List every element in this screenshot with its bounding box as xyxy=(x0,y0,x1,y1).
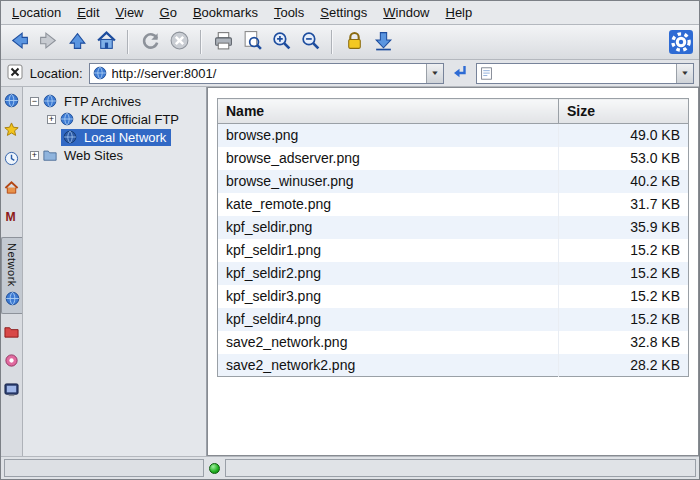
menu-edit[interactable]: Edit xyxy=(69,2,107,23)
expand-expander-icon[interactable] xyxy=(47,115,56,124)
column-header-name[interactable]: Name xyxy=(218,99,559,124)
statusbar-message xyxy=(225,459,696,477)
up-arrow-icon xyxy=(67,30,88,54)
file-row[interactable]: kpf_seldir3.png15.2 KB xyxy=(218,285,689,308)
file-row[interactable]: browse_adserver.png53.0 KB xyxy=(218,147,689,170)
selected-tree-item[interactable]: Local Network xyxy=(61,129,171,146)
file-size: 15.2 KB xyxy=(559,239,689,262)
file-row[interactable]: save2_network.png32.8 KB xyxy=(218,331,689,354)
tree-item-local-network[interactable]: Local Network xyxy=(25,128,204,146)
security-button[interactable] xyxy=(340,28,368,56)
history-clock-icon xyxy=(4,151,19,169)
back-icon xyxy=(9,30,30,54)
sidebar-tab-root-folder[interactable] xyxy=(2,323,22,343)
tree-item-ftp-archives[interactable]: FTP Archives xyxy=(25,92,204,110)
zoom-out-icon xyxy=(300,30,321,54)
file-size: 53.0 KB xyxy=(559,147,689,170)
home-button[interactable] xyxy=(92,28,120,56)
file-size: 32.8 KB xyxy=(559,331,689,354)
go-button[interactable] xyxy=(448,61,472,85)
file-row[interactable]: browse.png49.0 KB xyxy=(218,124,689,147)
forward-button[interactable] xyxy=(34,28,62,56)
expand-expander-icon[interactable] xyxy=(30,151,39,160)
tree-item-web-sites[interactable]: Web Sites xyxy=(25,146,204,164)
reload-icon xyxy=(140,30,161,54)
secondary-dropdown-arrow[interactable] xyxy=(676,64,693,83)
menu-location[interactable]: Location xyxy=(4,2,69,23)
file-name[interactable]: save2_network.png xyxy=(218,331,559,354)
file-row[interactable]: kate_remote.png31.7 KB xyxy=(218,193,689,216)
menu-settings[interactable]: Settings xyxy=(312,2,375,23)
sidebar-tab-history[interactable] xyxy=(2,150,22,170)
zoom-in-icon xyxy=(271,30,292,54)
sidebar-tab-bookmarks[interactable] xyxy=(2,121,22,141)
sidebar-tab-web[interactable] xyxy=(2,92,22,112)
menu-tools[interactable]: Tools xyxy=(266,2,312,23)
secondary-combo-input[interactable] xyxy=(496,66,676,81)
zoom-in-button[interactable] xyxy=(267,28,295,56)
status-led-wrap xyxy=(207,459,222,477)
menu-go[interactable]: Go xyxy=(152,2,185,23)
sidebar-tab-terminal[interactable] xyxy=(2,381,22,401)
file-name[interactable]: kpf_seldir1.png xyxy=(218,239,559,262)
terminal-icon xyxy=(4,382,19,400)
network-globe-icon xyxy=(5,291,20,309)
stop-button[interactable] xyxy=(165,28,193,56)
file-name[interactable]: kpf_seldir.png xyxy=(218,216,559,239)
location-dropdown-arrow[interactable] xyxy=(426,64,443,83)
location-label: Location: xyxy=(28,66,85,81)
clear-location-icon xyxy=(7,64,23,83)
file-size: 35.9 KB xyxy=(559,216,689,239)
file-row[interactable]: kpf_seldir1.png15.2 KB xyxy=(218,239,689,262)
file-row[interactable]: browse_winuser.png40.2 KB xyxy=(218,170,689,193)
sidebar-tab-services[interactable] xyxy=(2,352,22,372)
sidebar-tab-strip: M Network xyxy=(1,87,23,456)
download-arrow-icon xyxy=(373,30,394,54)
up-button[interactable] xyxy=(63,28,91,56)
file-name[interactable]: browse.png xyxy=(218,124,559,147)
clear-location-button[interactable] xyxy=(6,63,24,83)
forward-icon xyxy=(38,30,59,54)
go-arrow-icon xyxy=(451,63,469,84)
file-row[interactable]: kpf_seldir4.png15.2 KB xyxy=(218,308,689,331)
file-size: 15.2 KB xyxy=(559,308,689,331)
menu-bookmarks[interactable]: Bookmarks xyxy=(185,2,266,23)
tree-item-kde-official-ftp[interactable]: KDE Official FTP xyxy=(25,110,204,128)
back-button[interactable] xyxy=(5,28,33,56)
location-toolbar: Location: xyxy=(1,60,699,87)
web-sites-folder-icon xyxy=(42,148,57,163)
file-row[interactable]: save2_network2.png28.2 KB xyxy=(218,354,689,377)
file-row[interactable]: kpf_seldir2.png15.2 KB xyxy=(218,262,689,285)
file-name[interactable]: browse_winuser.png xyxy=(218,170,559,193)
status-led-icon xyxy=(209,463,220,474)
file-name[interactable]: kpf_seldir2.png xyxy=(218,262,559,285)
menu-view[interactable]: View xyxy=(108,2,152,23)
menubar: Location Edit View Go Bookmarks Tools Se… xyxy=(1,1,699,25)
file-row[interactable]: kpf_seldir.png35.9 KB xyxy=(218,216,689,239)
stop-icon xyxy=(169,30,190,54)
reload-button[interactable] xyxy=(136,28,164,56)
column-header-size[interactable]: Size xyxy=(559,99,689,124)
file-name[interactable]: browse_adserver.png xyxy=(218,147,559,170)
menu-help[interactable]: Help xyxy=(438,2,481,23)
location-input[interactable] xyxy=(110,66,426,81)
download-button[interactable] xyxy=(369,28,397,56)
file-name[interactable]: kpf_seldir4.png xyxy=(218,308,559,331)
print-button[interactable] xyxy=(209,28,237,56)
collapse-expander-icon[interactable] xyxy=(30,97,39,106)
find-file-icon xyxy=(242,30,263,54)
file-name[interactable]: save2_network2.png xyxy=(218,354,559,377)
konqueror-window: Location Edit View Go Bookmarks Tools Se… xyxy=(0,0,700,480)
file-name[interactable]: kate_remote.png xyxy=(218,193,559,216)
kde-logo xyxy=(667,28,695,56)
menu-window[interactable]: Window xyxy=(375,2,437,23)
sidebar-tab-home[interactable] xyxy=(2,179,22,199)
sidebar-tab-metabar[interactable]: M xyxy=(2,208,22,228)
file-size: 15.2 KB xyxy=(559,285,689,308)
sidebar-tab-network[interactable]: Network xyxy=(1,237,22,314)
find-file-button[interactable] xyxy=(238,28,266,56)
zoom-out-button[interactable] xyxy=(296,28,324,56)
red-folder-icon xyxy=(4,324,19,342)
file-size: 28.2 KB xyxy=(559,354,689,377)
file-name[interactable]: kpf_seldir3.png xyxy=(218,285,559,308)
